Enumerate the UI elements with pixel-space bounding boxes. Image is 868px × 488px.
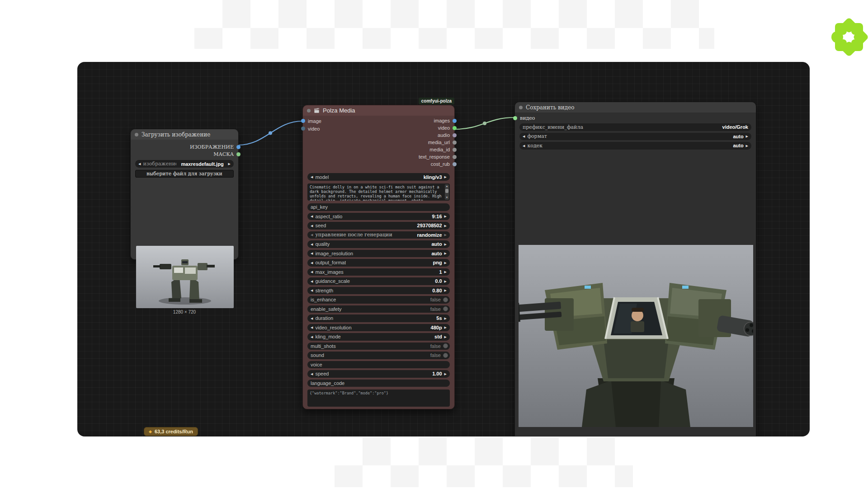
- combo-prev-arrow-icon[interactable]: ◀: [523, 144, 525, 147]
- combo-prev-arrow-icon[interactable]: ◀: [311, 280, 313, 283]
- widget-image-combo[interactable]: ◀ изображение maxresdefault.jpg ▶: [135, 160, 234, 168]
- out-dot-text_response[interactable]: [453, 155, 457, 159]
- toggle-knob-icon[interactable]: [443, 343, 448, 348]
- combo-next-arrow-icon[interactable]: ▶: [444, 335, 447, 338]
- toggle-knob-icon[interactable]: [443, 306, 448, 311]
- in-dot-image[interactable]: [301, 119, 305, 123]
- widget--[interactable]: ◀кодекauto▶: [519, 142, 751, 150]
- widget--[interactable]: ◀управление после генерацииrandomize▶: [307, 231, 450, 239]
- combo-next-arrow-icon[interactable]: ▶: [444, 270, 447, 273]
- widget-language_code[interactable]: language_code: [307, 380, 450, 387]
- widget-voice[interactable]: voice: [307, 361, 450, 369]
- node-polza-header[interactable]: Polza Media: [303, 105, 454, 116]
- widget--[interactable]: ◀форматauto▶: [519, 133, 751, 141]
- combo-next-arrow-icon[interactable]: ▶: [444, 175, 447, 178]
- out-dot-video[interactable]: [453, 126, 457, 130]
- combo-prev-arrow-icon[interactable]: ◀: [523, 135, 525, 138]
- combo-next-arrow-icon[interactable]: ▶: [444, 372, 447, 375]
- node-save-video-header[interactable]: Сохранить видео: [515, 102, 756, 113]
- widget-video_resolution[interactable]: ◀video_resolution480p▶: [307, 324, 450, 332]
- scrollbar[interactable]: ▲ ▼: [445, 184, 449, 200]
- credits-diamond-icon: ◆: [149, 430, 152, 434]
- prompt-textarea[interactable]: Cinematic dolly in on a white sci-fi mec…: [307, 183, 450, 201]
- widget-kling_mode[interactable]: ◀kling_modestd▶: [307, 333, 450, 341]
- combo-next-arrow-icon[interactable]: ▶: [444, 317, 447, 320]
- out-dot-cost_rub[interactable]: [453, 162, 457, 166]
- toggle-knob-icon[interactable]: [443, 297, 448, 302]
- choose-file-button[interactable]: выберите файл для загрузки: [135, 170, 234, 178]
- output-label: МАСКА: [213, 151, 234, 157]
- link-video[interactable]: [455, 117, 514, 129]
- combo-prev-arrow-icon[interactable]: ◀: [311, 261, 313, 264]
- combo-prev-arrow-icon[interactable]: ◀: [311, 335, 313, 338]
- widget-api_key[interactable]: api_key: [307, 203, 450, 211]
- in-slot-video: video: [303, 125, 321, 132]
- widget-output_format[interactable]: ◀output_formatpng▶: [307, 259, 450, 267]
- widget-image_resolution[interactable]: ◀image_resolutionauto▶: [307, 250, 450, 258]
- combo-prev-arrow-icon[interactable]: ◀: [311, 317, 313, 320]
- widget--_-_-[interactable]: префикс_имени_файлаvideo/Grok: [519, 123, 751, 131]
- widget-max_images[interactable]: ◀max_images1▶: [307, 268, 450, 276]
- widget-enable_safety[interactable]: enable_safetyfalse: [307, 305, 450, 313]
- link-image[interactable]: [238, 121, 302, 145]
- widget-label: video_resolution: [315, 325, 351, 330]
- node-load-image-header[interactable]: Загрузить изображение: [131, 129, 238, 140]
- scroll-thumb[interactable]: [445, 189, 448, 193]
- combo-prev-arrow-icon[interactable]: ◀: [311, 175, 313, 178]
- widget-duration[interactable]: ◀duration5s▶: [307, 314, 450, 322]
- combo-prev-arrow-icon[interactable]: ◀: [311, 215, 313, 218]
- combo-next-arrow-icon[interactable]: ▶: [444, 261, 447, 264]
- collapse-dot-icon[interactable]: [519, 106, 523, 109]
- link-video-midpoint-dot[interactable]: [483, 122, 486, 125]
- widget-multi_shots[interactable]: multi_shotsfalse: [307, 343, 450, 350]
- scroll-down-arrow-icon[interactable]: ▼: [445, 196, 449, 200]
- widget-speed[interactable]: ◀speed1.00▶: [307, 370, 450, 378]
- combo-prev-arrow-icon[interactable]: ◀: [311, 252, 313, 255]
- combo-next-arrow-icon[interactable]: ▶: [746, 135, 748, 138]
- combo-next-arrow-icon[interactable]: ▶: [444, 252, 447, 255]
- widget-label: формат: [527, 133, 547, 139]
- output-dot-mask[interactable]: [236, 152, 241, 156]
- combo-next-arrow-icon[interactable]: ▶: [444, 224, 447, 227]
- toggle-knob-icon[interactable]: [443, 353, 448, 358]
- combo-prev-arrow-icon[interactable]: ◀: [311, 372, 313, 375]
- input-label: видео: [520, 115, 535, 121]
- link-image-midpoint-dot[interactable]: [269, 131, 272, 135]
- widget-model[interactable]: ◀ model kling/v3 ▶: [307, 173, 450, 181]
- collapse-dot-icon[interactable]: [135, 133, 138, 136]
- widget-value: 1: [439, 269, 442, 275]
- widget-seed[interactable]: ◀seed293708502▶: [307, 222, 450, 230]
- json-textarea[interactable]: {"watermark":"Brand","mode":"pro"}: [307, 389, 450, 407]
- combo-prev-arrow-icon[interactable]: ◀: [311, 326, 313, 329]
- combo-prev-arrow-icon[interactable]: ◀: [138, 162, 141, 165]
- combo-next-arrow-icon[interactable]: ▶: [444, 280, 447, 283]
- widget-aspect_ratio[interactable]: ◀aspect_ratio9:16▶: [307, 213, 450, 221]
- in-dot-video[interactable]: [301, 127, 305, 131]
- widget-guidance_scale[interactable]: ◀guidance_scale0.0▶: [307, 277, 450, 285]
- combo-next-arrow-icon[interactable]: ▶: [444, 233, 447, 236]
- combo-next-arrow-icon[interactable]: ▶: [444, 243, 447, 246]
- widget-quality[interactable]: ◀qualityauto▶: [307, 240, 450, 248]
- combo-prev-arrow-icon[interactable]: ◀: [311, 243, 313, 246]
- combo-prev-arrow-icon[interactable]: ◀: [311, 233, 313, 236]
- widget-sound[interactable]: soundfalse: [307, 352, 450, 359]
- out-dot-media_url[interactable]: [453, 141, 457, 145]
- out-dot-images[interactable]: [453, 119, 457, 123]
- combo-prev-arrow-icon[interactable]: ◀: [311, 289, 313, 292]
- widget-strength[interactable]: ◀strength0.80▶: [307, 287, 450, 295]
- output-dot-image[interactable]: [236, 145, 241, 149]
- combo-prev-arrow-icon[interactable]: ◀: [311, 224, 313, 227]
- combo-next-arrow-icon[interactable]: ▶: [444, 215, 447, 218]
- combo-next-arrow-icon[interactable]: ▶: [444, 289, 447, 292]
- collapse-dot-icon[interactable]: [307, 109, 311, 113]
- scroll-up-arrow-icon[interactable]: ▲: [445, 184, 449, 188]
- combo-prev-arrow-icon[interactable]: ◀: [311, 270, 313, 273]
- combo-next-arrow-icon[interactable]: ▶: [444, 326, 447, 329]
- node-canvas[interactable]: Загрузить изображение ИЗОБРАЖЕНИЕ МАСКА …: [77, 62, 810, 436]
- widget-is_enhance[interactable]: is_enhancefalse: [307, 296, 450, 304]
- out-dot-media_id[interactable]: [453, 148, 457, 152]
- combo-next-arrow-icon[interactable]: ▶: [746, 144, 748, 147]
- out-dot-audio[interactable]: [453, 133, 457, 137]
- input-dot-video[interactable]: [513, 116, 517, 120]
- combo-next-arrow-icon[interactable]: ▶: [228, 162, 231, 165]
